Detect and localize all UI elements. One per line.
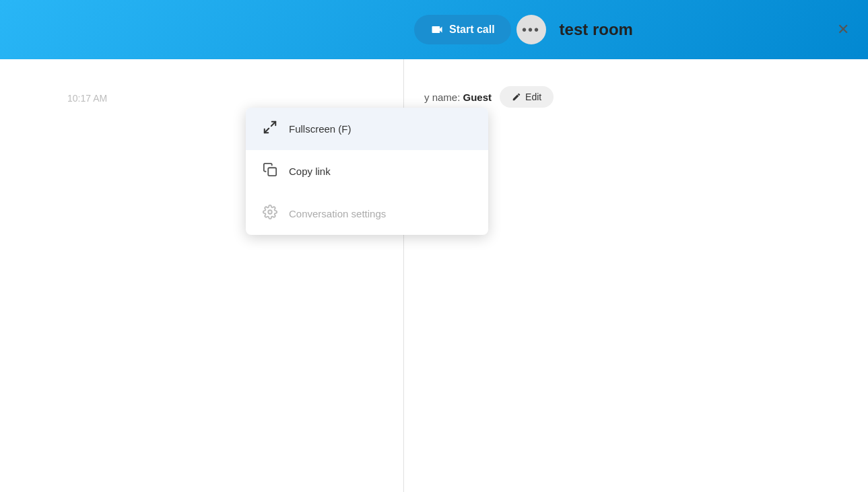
edit-button[interactable]: Edit [500,86,554,108]
room-title: test room [560,20,633,39]
start-call-button[interactable]: Start call [414,15,511,44]
copy-link-label: Copy link [289,166,331,177]
fullscreen-label: Fullscreen (F) [289,123,352,135]
display-name-row: y name: Guest Edit [424,86,848,108]
close-button[interactable]: ✕ [832,15,855,44]
more-options-icon: ••• [522,22,540,38]
close-icon: ✕ [837,21,849,38]
svg-rect-2 [268,168,276,176]
start-call-label: Start call [449,24,495,36]
fullscreen-menu-item[interactable]: Fullscreen (F) [246,108,488,150]
conversation-settings-menu-item[interactable]: Conversation settings [246,192,488,235]
timestamp: 10:17 AM [67,93,107,104]
video-camera-icon [430,23,444,36]
display-name-text: y name: Guest [424,92,492,103]
svg-point-3 [268,210,272,214]
edit-label: Edit [525,92,541,102]
copy-link-icon [262,162,278,180]
conversation-settings-label: Conversation settings [289,208,386,219]
fullscreen-icon [262,120,278,138]
dropdown-menu: Fullscreen (F) Copy link Conversation se… [246,108,488,235]
gear-icon [262,205,278,223]
display-name-prefix: y name: [424,92,463,103]
display-name-value: Guest [463,92,492,103]
copy-link-menu-item[interactable]: Copy link [246,150,488,192]
more-options-button[interactable]: ••• [516,15,546,44]
pencil-icon [512,92,521,102]
